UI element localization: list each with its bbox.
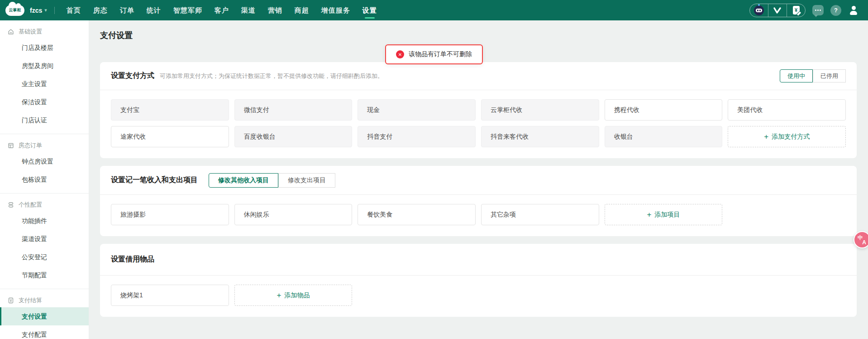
borrow-item-label: 烧烤架1 [120,291,143,300]
payment-method-item[interactable]: 携程代收 [605,99,723,121]
help-icon[interactable]: ? [830,5,841,16]
borrow-items-grid: 烧烤架1 + 添加物品 [100,276,857,317]
sidebar-item[interactable]: 门店及楼层 [0,39,89,57]
sidebar-item-label: 门店认证 [22,116,47,124]
billing-card-icon[interactable]: ¥ [787,4,805,17]
section-title-label: 支付结算 [19,296,42,305]
payment-method-label: 携程代收 [614,106,639,114]
borrow-item[interactable]: 烧烤架1 [111,285,229,306]
payment-method-item[interactable]: 抖音来客代收 [481,126,599,147]
sidebar-item[interactable]: 渠道设置 [0,230,89,248]
menu-item-label: 设置 [362,6,377,14]
sidebar-section-title: 基础设置 [0,25,89,39]
payment-methods-card: 设置支付方式 可添加常用支付方式；为保证统计数据正常，暂不提供修改功能，请仔细斟… [100,62,857,158]
payment-method-label: 收银台 [614,133,633,141]
sidebar-item[interactable]: 房型及房间 [0,57,89,75]
navbar-tools: ¥ ? [749,4,859,17]
section-title-label: 个性配置 [19,201,42,209]
income-item[interactable]: 其它杂项 [481,204,599,225]
property-name: fzcs [30,7,42,14]
menu-item[interactable]: 订单 [120,0,134,20]
yuan-glyph: ¥ [795,8,797,13]
sidebar-section-title: 个性配置 [0,198,89,212]
sidebar-item[interactable]: 公安登记 [0,248,89,266]
income-items-grid: 旅游摄影 休闲娱乐 餐饮美食 其它杂项 + 添加项目 [100,195,857,236]
payment-method-item[interactable]: 收银台 [605,126,723,147]
payment-method-item[interactable]: 抖音支付 [358,126,476,147]
menu-item[interactable]: 房态 [93,0,108,20]
add-payment-method-button[interactable]: + 添加支付方式 [728,126,846,147]
payment-method-label: 百度收银台 [244,133,276,141]
payment-method-item[interactable]: 云掌柜代收 [481,99,599,121]
menu-item[interactable]: 增值服务 [321,0,350,20]
menu-item[interactable]: 首页 [67,0,81,20]
page-title: 支付设置 [100,30,857,42]
income-item[interactable]: 旅游摄影 [111,204,229,225]
sidebar-item[interactable]: 门店认证 [0,111,89,129]
sidebar-section-payment: 支付结算 支付设置 支付配置 [0,289,89,339]
payment-method-label: 抖音来客代收 [491,133,529,141]
robot-antenna-icon [758,4,760,6]
sidebar-item[interactable]: 支付配置 [0,325,89,339]
sidebar-item-label: 节期配置 [22,271,47,279]
message-icon[interactable] [812,5,824,15]
add-income-item-button[interactable]: + 添加项目 [605,204,723,225]
sidebar-item[interactable]: 钟点房设置 [0,152,89,170]
main-menu: 首页 房态 订单 统计 智慧军师 客户 渠道 营销 商超 增值服务 设置 [67,0,377,20]
sidebar-item-label: 支付配置 [22,331,47,338]
sidebar-section-items: 功能插件 渠道设置 公安登记 节期配置 [0,212,89,284]
menu-item-label: 增值服务 [321,6,350,14]
sidebar-item-label: 房型及房间 [22,62,53,69]
sidebar-item[interactable]: 保洁设置 [0,93,89,111]
payment-method-item[interactable]: 支付宝 [111,99,229,121]
payment-method-label: 美团代收 [737,106,763,114]
income-item[interactable]: 餐饮美食 [358,204,476,225]
payment-method-item[interactable]: 现金 [358,99,476,121]
sidebar-item[interactable]: 节期配置 [0,266,89,284]
sidebar-item[interactable]: 功能插件 [0,212,89,230]
translate-en-glyph: A [862,239,866,246]
brand-v-icon[interactable] [768,4,787,17]
status-filter-button[interactable]: 使用中 [780,69,813,82]
menu-item[interactable]: 智慧军师 [173,0,202,20]
payment-method-label: 支付宝 [120,106,139,114]
user-icon[interactable] [848,5,859,16]
menu-item[interactable]: 统计 [147,0,161,20]
menu-item-label: 营销 [268,6,282,14]
menu-item[interactable]: 营销 [268,0,282,20]
translate-button[interactable]: 中 A [854,231,868,248]
income-expense-header: 设置记一笔收入和支出项目 修改其他收入项目 修改支出项目 [100,166,857,195]
payment-method-item[interactable]: 百度收银台 [234,126,353,147]
add-borrow-item-label: 添加物品 [284,291,310,300]
sidebar-item-label: 包栋设置 [22,176,47,183]
income-item[interactable]: 休闲娱乐 [234,204,353,225]
add-payment-method-label: 添加支付方式 [772,133,810,141]
sidebar-item-label: 功能插件 [22,217,47,224]
add-borrow-item-button[interactable]: + 添加物品 [234,285,353,306]
tab-button[interactable]: 修改其他收入项目 [209,173,278,188]
app-body: 基础设置 门店及楼层 房型及房间 业主设置 保洁设置 门店认证 [0,20,868,339]
status-filter-label: 使用中 [787,73,805,79]
property-switcher[interactable]: fzcs ▾ [30,7,47,14]
menu-item[interactable]: 渠道 [241,0,256,20]
sidebar-item-label: 业主设置 [22,80,47,87]
tab-label: 修改其他收入项目 [218,176,269,184]
sidebar-item[interactable]: 业主设置 [0,75,89,93]
payment-method-item[interactable]: 美团代收 [728,99,846,121]
payment-method-item[interactable]: 微信支付 [234,99,353,121]
income-item-label: 餐饮美食 [367,211,392,219]
status-filter-button[interactable]: 已停用 [813,69,846,82]
ai-assistant-robot-icon[interactable] [750,4,768,17]
brand-logo[interactable]: 云掌柜 [5,5,24,16]
sidebar-item[interactable]: 支付设置 [0,307,89,325]
payment-method-item[interactable]: 途家代收 [111,126,229,147]
toast-message: 该物品有订单不可删除 [409,50,472,58]
settings-sidebar: 基础设置 门店及楼层 房型及房间 业主设置 保洁设置 门店认证 [0,20,89,339]
sidebar-section-custom: 个性配置 功能插件 渠道设置 公安登记 节期配置 [0,193,89,289]
sidebar-item[interactable]: 包栋设置 [0,170,89,189]
menu-item[interactable]: 设置 [362,0,377,20]
toolbar-pill: ¥ [749,4,806,17]
menu-item[interactable]: 商超 [295,0,309,20]
menu-item[interactable]: 客户 [215,0,229,20]
tab-button[interactable]: 修改支出项目 [278,173,335,188]
